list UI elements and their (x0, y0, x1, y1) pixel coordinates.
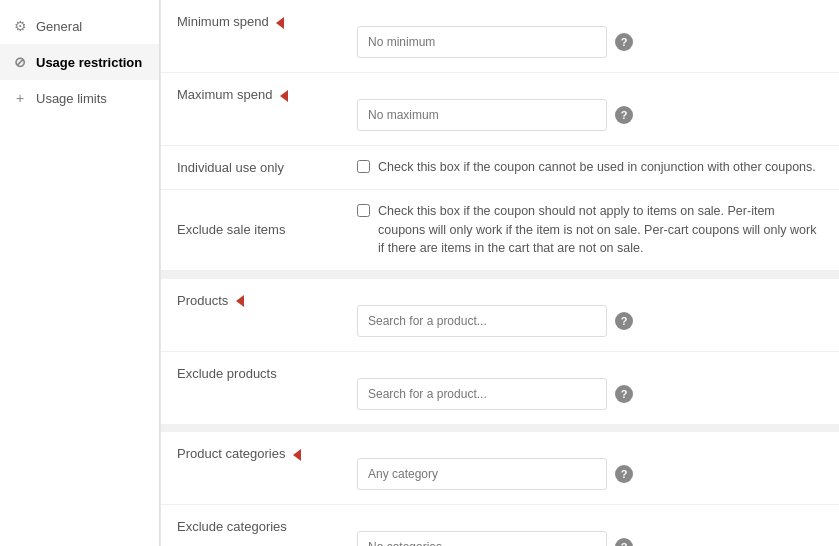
minimum-spend-help[interactable]: ? (615, 33, 633, 51)
products-input-cell: ? (357, 293, 823, 337)
sidebar-item-usage-restriction-label: Usage restriction (36, 55, 142, 70)
product-categories-help[interactable]: ? (615, 465, 633, 483)
exclude-products-help[interactable]: ? (615, 385, 633, 403)
products-help[interactable]: ? (615, 312, 633, 330)
products-row: Products ? (161, 279, 839, 352)
divider-row-1 (161, 271, 839, 279)
main-content: Minimum spend ? Maximum spend (160, 0, 839, 546)
exclude-sale-checkbox[interactable] (357, 204, 370, 217)
maximum-spend-input-cell: ? (357, 87, 823, 131)
sidebar-item-general[interactable]: ⚙ General (0, 8, 159, 44)
exclude-sale-desc: Check this box if the coupon should not … (378, 202, 823, 258)
product-categories-row: Product categories ? (161, 432, 839, 505)
exclude-products-input-cell: ? (357, 366, 823, 410)
sidebar-item-general-label: General (36, 19, 82, 34)
maximum-spend-arrow (280, 90, 288, 102)
sidebar-item-usage-limits[interactable]: + Usage limits (0, 80, 159, 116)
sidebar-item-usage-restriction[interactable]: ⊘ Usage restriction (0, 44, 159, 80)
minimum-spend-label: Minimum spend (161, 0, 341, 73)
exclude-categories-row: Exclude categories ? (161, 505, 839, 547)
sidebar: ⚙ General ⊘ Usage restriction + Usage li… (0, 0, 160, 546)
individual-use-input-cell: Check this box if the coupon cannot be u… (357, 158, 823, 177)
exclude-categories-help[interactable]: ? (615, 538, 633, 546)
individual-use-label: Individual use only (161, 146, 341, 190)
product-categories-input[interactable] (357, 458, 607, 490)
products-input[interactable] (357, 305, 607, 337)
individual-use-row: Individual use only Check this box if th… (161, 146, 839, 190)
exclude-categories-input-cell: ? (357, 519, 823, 546)
maximum-spend-help[interactable]: ? (615, 106, 633, 124)
product-categories-arrow (293, 449, 301, 461)
exclude-sale-row: Exclude sale items Check this box if the… (161, 189, 839, 270)
usage-restriction-icon: ⊘ (12, 54, 28, 70)
exclude-products-label: Exclude products (161, 351, 341, 424)
products-arrow (236, 295, 244, 307)
maximum-spend-input[interactable] (357, 99, 607, 131)
maximum-spend-label: Maximum spend (161, 73, 341, 146)
maximum-spend-row: Maximum spend ? (161, 73, 839, 146)
individual-use-desc: Check this box if the coupon cannot be u… (378, 158, 816, 177)
exclude-products-row: Exclude products ? (161, 351, 839, 424)
divider-row-2 (161, 424, 839, 432)
general-icon: ⚙ (12, 18, 28, 34)
sidebar-item-usage-limits-label: Usage limits (36, 91, 107, 106)
product-categories-input-cell: ? (357, 446, 823, 490)
exclude-categories-input[interactable] (357, 531, 607, 546)
minimum-spend-row: Minimum spend ? (161, 0, 839, 73)
exclude-sale-label: Exclude sale items (161, 189, 341, 270)
usage-limits-icon: + (12, 90, 28, 106)
form-table: Minimum spend ? Maximum spend (161, 0, 839, 546)
individual-use-checkbox[interactable] (357, 160, 370, 173)
product-categories-label: Product categories (161, 432, 341, 505)
exclude-sale-input-cell: Check this box if the coupon should not … (357, 202, 823, 258)
exclude-categories-label: Exclude categories (161, 505, 341, 547)
minimum-spend-input[interactable] (357, 26, 607, 58)
minimum-spend-arrow (276, 17, 284, 29)
exclude-products-input[interactable] (357, 378, 607, 410)
products-label: Products (161, 279, 341, 352)
minimum-spend-input-cell: ? (357, 14, 823, 58)
